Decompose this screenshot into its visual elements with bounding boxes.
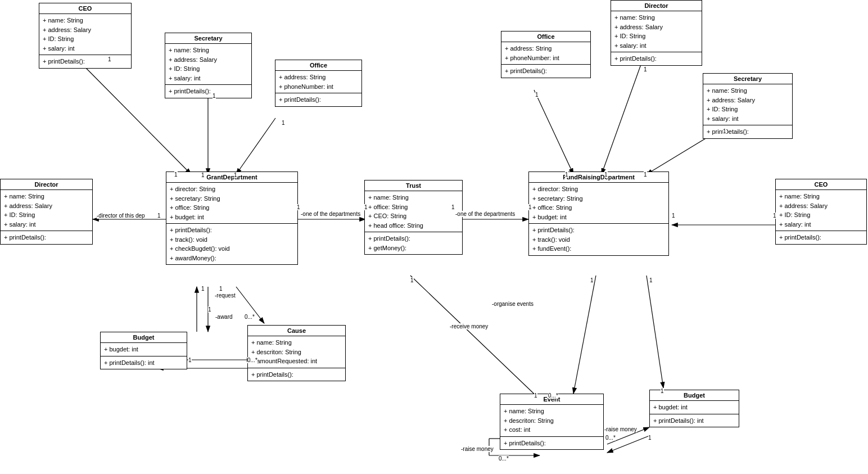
mult-raise2: 1 (648, 435, 652, 441)
office-right-title: Office (501, 31, 590, 42)
director-left-title: Director (1, 179, 92, 190)
ceo-left-methods: + printDetails(): (39, 55, 131, 68)
ceo-right-box: CEO + name: String + address: Salary + I… (775, 179, 867, 245)
event-methods: + printDetails(): (500, 437, 603, 450)
mult-org2: 0...* (548, 392, 558, 399)
budget-right-attrs: + bugdet: int (650, 401, 739, 414)
fund-dept-title: FundRaisingDepartment (529, 172, 668, 183)
assoc-director-dep: -director of this dep (97, 213, 145, 219)
mult-fund-dir: 1 (604, 171, 608, 178)
grant-dept-attrs: + director: String + secretary: String +… (166, 183, 297, 224)
secretary-right-methods: + printDetails(): (703, 125, 792, 138)
svg-line-19 (647, 276, 663, 388)
svg-line-15 (602, 65, 641, 174)
fund-dept-attrs: + director: String + secretary: String +… (529, 183, 668, 224)
mult-receive1: 1 (410, 277, 414, 283)
assoc-award: -award (215, 314, 233, 320)
ceo-left-attrs: + name: String + address: Salary + ID: S… (39, 14, 131, 55)
mult-org1: 1 (590, 277, 594, 283)
mult-off-grant-bot: 1 (234, 172, 237, 178)
secretary-left-methods: + printDetails(): (165, 85, 251, 98)
assoc-receive-money: -receive money (450, 323, 488, 329)
grant-dept-methods: + printDetails(): + track(): void + chec… (166, 224, 297, 264)
assoc-request: -request (215, 292, 236, 299)
ceo-right-methods: + printDetails(): (776, 231, 866, 244)
cause-methods: + printDetails(): (248, 368, 345, 381)
office-left-title: Office (275, 60, 361, 71)
mult-trust-grant1: 1 (364, 204, 368, 210)
mult-receive2: 1 (534, 392, 537, 399)
mult-fund-office: 1 (565, 171, 568, 178)
budget-right-methods: + printDetails(): int (650, 414, 739, 427)
office-left-box: Office + address: String + phoneNumber: … (275, 60, 362, 107)
mult-sec-grant-top: 1 (213, 93, 216, 99)
director-right-title: Director (611, 1, 702, 11)
trust-title: Trust (365, 180, 462, 191)
ceo-left-box: CEO + name: String + address: Salary + I… (39, 3, 132, 69)
mult-request2: 1 (219, 286, 223, 292)
ceo-left-title: CEO (39, 3, 131, 14)
mult-raise1: 0...* (605, 435, 616, 441)
cause-title: Cause (248, 326, 345, 336)
mult-grant-trust1: 1 (297, 204, 300, 210)
assoc-grant-trust: -one of the departments (301, 211, 360, 217)
mult-dir-right-fund: 1 (644, 66, 647, 73)
mult-budget-cause1: 1 (188, 357, 192, 363)
mult-raise3: 0...* (499, 455, 509, 462)
mult-ceo-grant: 1 (108, 56, 111, 62)
secretary-right-box: Secretary + name: String + address: Sala… (703, 73, 793, 139)
grant-dept-title: GrantDepartment (166, 172, 297, 183)
svg-line-4 (236, 118, 275, 174)
event-box: Event + name: String + descriton: String… (500, 394, 604, 450)
budget-right-box: Budget + bugdet: int + printDetails(): i… (649, 390, 739, 427)
secretary-left-box: Secretary + name: String + address: Sala… (165, 33, 252, 98)
fund-dept-methods: + printDetails(): + track(): void + fund… (529, 224, 668, 255)
svg-line-13 (410, 276, 540, 399)
mult-fund-ceo: 1 (672, 213, 675, 219)
office-right-methods: + printDetails(): (501, 65, 590, 78)
mult-award2: 0...* (245, 314, 255, 320)
mult-off-grant-top: 1 (282, 120, 285, 126)
trust-methods: + printDetails(): + getMoney(): (365, 232, 462, 254)
office-right-attrs: + address: String + phoneNumber: int (501, 42, 590, 65)
mult-fund-budget2: 1 (661, 388, 664, 394)
cause-attrs: + name: String + descriton: String + amo… (248, 336, 345, 368)
mult-grant-ceo: 1 (174, 171, 178, 178)
mult-dir-grant1: 1 (157, 213, 161, 219)
office-right-box: Office + address: String + phoneNumber: … (501, 31, 591, 78)
mult-award1: 1 (208, 306, 211, 313)
director-left-methods: + printDetails(): (1, 231, 92, 244)
grant-dept-box: GrantDepartment + director: String + sec… (166, 171, 298, 265)
mult-office-right-fund: 1 (535, 92, 539, 98)
secretary-right-attrs: + name: String + address: Salary + ID: S… (703, 84, 792, 125)
mult-budget-cause2: 0...* (247, 357, 257, 363)
svg-line-14 (534, 90, 573, 174)
director-left-box: Director + name: String + address: Salar… (0, 179, 93, 245)
secretary-left-title: Secretary (165, 33, 251, 44)
mult-request1: 1 (201, 286, 205, 292)
assoc-organise: -organise events (492, 301, 534, 307)
mult-ceo-right-fund: 1 (773, 213, 776, 219)
mult-fund-trust1: 1 (528, 204, 532, 210)
ceo-right-attrs: + name: String + address: Salary + ID: S… (776, 190, 866, 231)
mult-trust-fund1: 1 (451, 204, 455, 210)
assoc-raise-money: -raise money (604, 426, 637, 432)
secretary-left-attrs: + name: String + address: Salary + ID: S… (165, 44, 251, 85)
secretary-right-title: Secretary (703, 74, 792, 84)
director-left-attrs: + name: String + address: Salary + ID: S… (1, 190, 92, 231)
mult-fund-sec: 1 (644, 171, 647, 178)
office-left-attrs: + address: String + phoneNumber: int (275, 71, 361, 93)
budget-left-methods: + printDetails(): int (101, 356, 187, 369)
budget-left-box: Budget + bugdet: int + printDetails(): i… (100, 332, 187, 369)
budget-left-title: Budget (101, 332, 187, 343)
director-right-methods: + printDetails(): (611, 52, 702, 65)
assoc-trust-fund: -one of the departments (455, 211, 515, 217)
event-attrs: + name: String + descriton: String + cos… (500, 405, 603, 437)
mult-sec-right-fund: 1 (723, 128, 726, 134)
trust-attrs: + name: String + office: String + CEO: S… (365, 191, 462, 232)
budget-left-attrs: + bugdet: int (101, 343, 187, 356)
director-right-box: Director + name: String + address: Salar… (611, 0, 702, 66)
svg-line-18 (573, 276, 596, 394)
mult-fund-budget1: 1 (649, 277, 653, 283)
assoc-raise-money2: -raise money (461, 446, 494, 452)
